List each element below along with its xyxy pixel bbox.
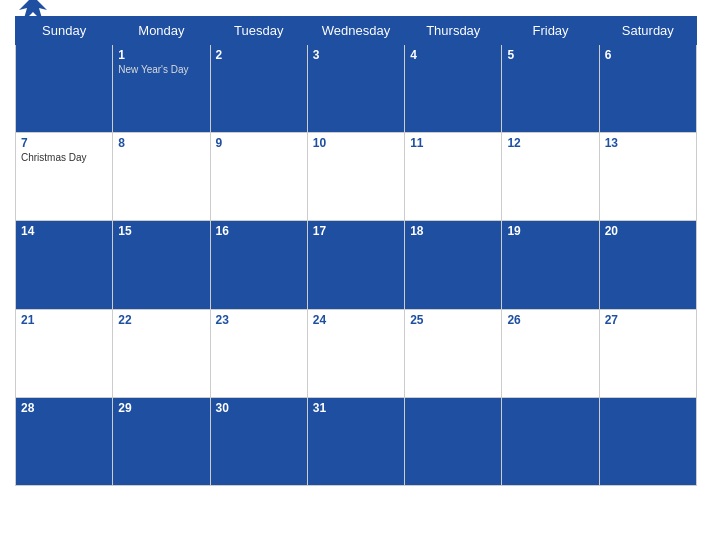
day-cell: 31 [307, 397, 404, 485]
day-cell: 2 [210, 45, 307, 133]
day-number: 27 [605, 313, 691, 327]
day-number: 25 [410, 313, 496, 327]
day-cell: 25 [405, 309, 502, 397]
day-number: 31 [313, 401, 399, 415]
event-label: Christmas Day [21, 152, 107, 163]
day-number: 3 [313, 48, 399, 62]
day-number: 2 [216, 48, 302, 62]
day-number: 19 [507, 224, 593, 238]
day-cell: 8 [113, 133, 210, 221]
day-cell [405, 397, 502, 485]
day-number: 15 [118, 224, 204, 238]
day-cell [502, 397, 599, 485]
day-number: 12 [507, 136, 593, 150]
day-cell: 24 [307, 309, 404, 397]
day-cell [16, 45, 113, 133]
day-number: 22 [118, 313, 204, 327]
day-cell: 22 [113, 309, 210, 397]
col-saturday: Saturday [599, 17, 696, 45]
col-thursday: Thursday [405, 17, 502, 45]
week-row-3: 14151617181920 [16, 221, 697, 309]
day-cell: 13 [599, 133, 696, 221]
col-monday: Monday [113, 17, 210, 45]
day-cell: 16 [210, 221, 307, 309]
day-number: 13 [605, 136, 691, 150]
day-cell: 1New Year's Day [113, 45, 210, 133]
day-cell: 11 [405, 133, 502, 221]
day-cell: 29 [113, 397, 210, 485]
svg-marker-0 [19, 0, 47, 22]
event-label: New Year's Day [118, 64, 204, 75]
day-number: 18 [410, 224, 496, 238]
day-cell: 14 [16, 221, 113, 309]
week-row-4: 21222324252627 [16, 309, 697, 397]
day-cell: 6 [599, 45, 696, 133]
day-cell: 4 [405, 45, 502, 133]
day-number: 5 [507, 48, 593, 62]
day-cell: 19 [502, 221, 599, 309]
day-cell: 12 [502, 133, 599, 221]
day-cell: 20 [599, 221, 696, 309]
day-number: 11 [410, 136, 496, 150]
calendar-wrapper: Sunday Monday Tuesday Wednesday Thursday… [0, 0, 712, 550]
day-cell: 5 [502, 45, 599, 133]
day-number: 7 [21, 136, 107, 150]
day-number: 4 [410, 48, 496, 62]
day-number: 17 [313, 224, 399, 238]
day-number: 23 [216, 313, 302, 327]
day-cell: 26 [502, 309, 599, 397]
week-row-1: 1New Year's Day23456 [16, 45, 697, 133]
day-number: 1 [118, 48, 204, 62]
day-cell: 9 [210, 133, 307, 221]
day-number: 21 [21, 313, 107, 327]
day-cell: 28 [16, 397, 113, 485]
day-cell: 27 [599, 309, 696, 397]
day-cell: 15 [113, 221, 210, 309]
day-cell [599, 397, 696, 485]
day-number: 20 [605, 224, 691, 238]
day-cell: 3 [307, 45, 404, 133]
day-cell: 17 [307, 221, 404, 309]
day-cell: 10 [307, 133, 404, 221]
logo-bird-icon [15, 0, 51, 28]
day-cell: 21 [16, 309, 113, 397]
day-number: 16 [216, 224, 302, 238]
day-number: 14 [21, 224, 107, 238]
logo [15, 0, 55, 28]
day-cell: 7Christmas Day [16, 133, 113, 221]
day-number: 24 [313, 313, 399, 327]
day-number: 29 [118, 401, 204, 415]
day-number: 8 [118, 136, 204, 150]
day-number: 30 [216, 401, 302, 415]
day-cell: 30 [210, 397, 307, 485]
col-wednesday: Wednesday [307, 17, 404, 45]
week-row-2: 7Christmas Day8910111213 [16, 133, 697, 221]
day-number: 28 [21, 401, 107, 415]
day-number: 10 [313, 136, 399, 150]
col-friday: Friday [502, 17, 599, 45]
col-tuesday: Tuesday [210, 17, 307, 45]
day-cell: 18 [405, 221, 502, 309]
day-cell: 23 [210, 309, 307, 397]
calendar-table: Sunday Monday Tuesday Wednesday Thursday… [15, 16, 697, 486]
header-row: Sunday Monday Tuesday Wednesday Thursday… [16, 17, 697, 45]
day-number: 9 [216, 136, 302, 150]
day-number: 26 [507, 313, 593, 327]
week-row-5: 28293031 [16, 397, 697, 485]
day-number: 6 [605, 48, 691, 62]
